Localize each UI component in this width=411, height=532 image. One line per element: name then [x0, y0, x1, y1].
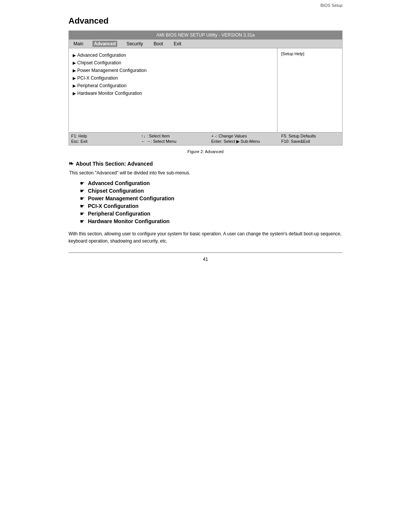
menu-label-power-config: Power Management Configuration [77, 68, 147, 73]
submenu-label-5: Peripheral Configuration [88, 211, 150, 217]
menu-label-pcix-config: PCI-X Configuration [77, 75, 118, 81]
submenu-item-4: ☛ PCI-X Configuration [80, 203, 342, 209]
about-title-text: About This Section: Advanced [76, 161, 153, 167]
submenu-label-4: PCI-X Configuration [88, 203, 139, 209]
bios-header: AMI BIOS NEW SETUP Utility - VERSION 3.3… [69, 31, 342, 40]
bios-left-panel: ▶ Advanced Configuration ▶ Chipset Confi… [69, 48, 277, 132]
bios-menu-item-pcix-config[interactable]: ▶ PCI-X Configuration [73, 74, 273, 82]
bullet-5: ☛ [80, 211, 85, 217]
arrow-icon-1: ▶ [73, 53, 76, 58]
submenu-label-1: Advanced Configuration [88, 180, 150, 186]
footer-change-values: + -: Change Values [211, 133, 270, 139]
page-title: Advanced [68, 16, 342, 26]
description-text: With this section, allowing user to conf… [68, 230, 342, 245]
arrow-icon-4: ▶ [73, 76, 76, 81]
footer-enter-select: Enter: Select ▶ Sub-Menu [211, 139, 270, 144]
bottom-rule [68, 252, 342, 253]
arrow-icon-6: ▶ [73, 91, 76, 96]
bios-body: ▶ Advanced Configuration ▶ Chipset Confi… [69, 48, 342, 133]
bios-footer: F1: Help ↑↓ : Select Item + -: Change Va… [69, 133, 342, 145]
about-icon: ❧ [68, 160, 73, 167]
submenu-item-3: ☛ Power Management Configuration [80, 195, 342, 201]
submenu-label-2: Chipset Configuration [88, 188, 144, 194]
menu-label-hardware-config: Hardware Monitor Configuration [77, 91, 142, 96]
bios-menu-item-hardware-config[interactable]: ▶ Hardware Monitor Configuration [73, 89, 273, 97]
nav-boot[interactable]: Boot [152, 41, 165, 47]
nav-advanced[interactable]: Advanced [92, 41, 117, 47]
menu-label-peripheral-config: Peripheral Configuration [77, 83, 126, 88]
bios-menu-item-power-config[interactable]: ▶ Power Management Configuration [73, 67, 273, 74]
submenu-item-5: ☛ Peripheral Configuration [80, 211, 342, 217]
arrow-icon-2: ▶ [73, 61, 76, 66]
bullet-3: ☛ [80, 195, 85, 201]
content-area: Advanced AMI BIOS NEW SETUP Utility - VE… [0, 8, 411, 277]
bios-nav-row: Main Advanced Security Boot Exit [69, 40, 342, 48]
about-title: ❧ About This Section: Advanced [68, 160, 342, 167]
footer-f1-help: F1: Help [71, 133, 130, 139]
bios-right-panel: [Setup Help] [277, 48, 342, 132]
bullet-2: ☛ [80, 188, 85, 194]
footer-setup-defaults: F5: Setup Defaults [281, 133, 340, 139]
submenu-item-2: ☛ Chipset Configuration [80, 188, 342, 194]
submenu-item-6: ☛ Hardware Monitor Configuration [80, 218, 342, 224]
bios-menu-item-peripheral-config[interactable]: ▶ Peripheral Configuration [73, 82, 273, 89]
nav-exit[interactable]: Exit [172, 41, 183, 47]
arrow-icon-5: ▶ [73, 83, 76, 88]
page-container: BIOS Setup Advanced AMI BIOS NEW SETUP U… [0, 0, 411, 532]
nav-security[interactable]: Security [125, 41, 144, 47]
submenu-label-3: Power Management Configuration [88, 195, 174, 201]
bios-table: AMI BIOS NEW SETUP Utility - VERSION 3.3… [68, 30, 342, 145]
page-number: 41 [68, 257, 342, 262]
submenu-item-1: ☛ Advanced Configuration [80, 180, 342, 186]
bullet-6: ☛ [80, 218, 85, 224]
about-description: This section "Advanced" will be divided … [69, 170, 342, 176]
arrow-icon-3: ▶ [73, 68, 76, 73]
footer-esc-exit: Esc: Exit [71, 139, 130, 144]
bios-menu-item-advanced-config[interactable]: ▶ Advanced Configuration [73, 51, 273, 59]
submenu-list: ☛ Advanced Configuration ☛ Chipset Confi… [80, 180, 342, 224]
footer-select-item: ↑↓ : Select Item [141, 133, 200, 139]
bios-footer-row-1: F1: Help ↑↓ : Select Item + -: Change Va… [71, 133, 340, 139]
figure-caption: Figure 2: Advanced [68, 149, 342, 154]
bullet-1: ☛ [80, 180, 85, 186]
bullet-4: ☛ [80, 203, 85, 209]
setup-help-label: [Setup Help] [281, 51, 304, 56]
submenu-label-6: Hardware Monitor Configuration [88, 218, 170, 224]
menu-label-advanced-config: Advanced Configuration [77, 53, 126, 58]
bios-menu-item-chipset-config[interactable]: ▶ Chipset Configuration [73, 59, 273, 67]
bios-setup-label: BIOS Setup [0, 0, 411, 8]
about-section: ❧ About This Section: Advanced This sect… [68, 160, 342, 245]
footer-save-exit: F10: Save&Exit [281, 139, 340, 144]
bios-footer-row-2: Esc: Exit ← →: Select Menu Enter: Select… [71, 139, 340, 144]
nav-main[interactable]: Main [72, 41, 85, 47]
footer-select-menu: ← →: Select Menu [141, 139, 200, 144]
menu-label-chipset-config: Chipset Configuration [77, 60, 121, 66]
